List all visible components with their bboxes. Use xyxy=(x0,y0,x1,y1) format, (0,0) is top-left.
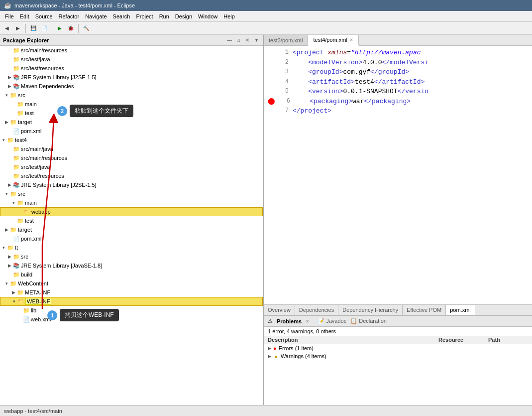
tree-item-target-root[interactable]: ▶ 📁 target xyxy=(0,118,263,127)
tree-item-src-test-resources[interactable]: 📁 src/test/resources xyxy=(0,64,263,73)
tree-item-test4-pom[interactable]: 📄 pom.xml xyxy=(0,234,263,243)
tree-item-maven-deps[interactable]: ▶ 📚 Maven Dependencies xyxy=(0,82,263,91)
tree-expand-icon[interactable]: ▾ xyxy=(0,244,7,251)
tree-label: JRE System Library [J2SE-1.5] xyxy=(21,182,97,188)
menu-item-project[interactable]: Project xyxy=(133,12,156,20)
bottom-tab-dep-hierarchy[interactable]: Dependency Hierarchy xyxy=(338,305,403,315)
toolbar-forward-btn[interactable]: ▶ xyxy=(13,23,23,33)
menu-bar: FileEditSourceRefactorNavigateSearchProj… xyxy=(0,11,532,22)
tree-item-tt-lib[interactable]: 📁 lib xyxy=(0,306,263,315)
line-number: 1 xyxy=(279,48,289,58)
folder-icon: 📁 xyxy=(7,137,14,143)
toolbar-build-btn[interactable]: 🔨 xyxy=(81,23,91,33)
tree-item-test4-src-main-java[interactable]: 📁 src/main/java xyxy=(0,144,263,153)
tree-item-tt-metainf[interactable]: ▶ 📁 META-INF xyxy=(0,288,263,297)
tree-item-test4-src-test2[interactable]: 📁 test xyxy=(0,216,263,225)
menu-item-file[interactable]: File xyxy=(2,12,17,20)
tree-expand-icon[interactable]: ▾ xyxy=(3,190,10,197)
tree-item-test4-src-test-res[interactable]: 📁 src/test/resources xyxy=(0,171,263,180)
annotation-circle-2: 2 xyxy=(57,106,67,116)
bottom-tab-pom-xml[interactable]: pom.xml xyxy=(446,305,475,315)
menu-item-run[interactable]: Run xyxy=(156,12,172,20)
tree-item-jre-lib[interactable]: ▶ 📚 JRE System Library [J2SE-1.5] xyxy=(0,73,263,82)
row-arrow: ▶ xyxy=(268,354,271,359)
problems-row-0[interactable]: ▶ ● Errors (1 item) xyxy=(264,344,532,352)
bottom-tab-effective-pom[interactable]: Effective POM xyxy=(403,305,446,315)
menu-item-refactor[interactable]: Refactor xyxy=(56,12,83,20)
folder-icon: 📁 xyxy=(10,227,17,233)
editor-tab-test4-pom[interactable]: test4/pom.xml✕ xyxy=(308,35,358,46)
tree-expand-icon[interactable]: ▶ xyxy=(3,119,10,126)
tree-item-test4-src[interactable]: ▾ 📁 src xyxy=(0,189,263,198)
view-menu-icon[interactable]: ▾ xyxy=(253,37,260,44)
tree-item-test4[interactable]: ▾ 📁 test4 xyxy=(0,136,263,144)
tree-item-pom-xml-1[interactable]: 📄 pom.xml xyxy=(0,127,263,136)
bottom-tab-overview[interactable]: Overview xyxy=(264,305,295,315)
editor-tab-close[interactable]: ✕ xyxy=(349,37,353,42)
explorer-content: 📁 src/main/resources 📁 src/test/java 📁 s… xyxy=(0,46,263,324)
menu-item-window[interactable]: Window xyxy=(195,12,220,20)
line-number: 2 xyxy=(279,58,289,68)
tree-expand-icon[interactable]: ▾ xyxy=(3,92,10,99)
toolbar-back-btn[interactable]: ◀ xyxy=(2,23,12,33)
editor-tab-test3-pom[interactable]: test3/pom.xml xyxy=(264,35,308,45)
tree-item-tt-webxml[interactable]: 📄 web.xml xyxy=(0,315,263,324)
tree-item-src-root[interactable]: ▾ 📁 src xyxy=(0,91,263,100)
tree-item-tt-build[interactable]: 📁 build xyxy=(0,270,263,279)
tree-expand-icon[interactable]: ▶ xyxy=(3,226,10,233)
tree-expand-icon[interactable]: ▾ xyxy=(0,137,7,143)
problems-tab-javadoc[interactable]: 📝 Javadoc xyxy=(318,318,346,324)
tree-expand-icon[interactable]: ▶ xyxy=(6,181,13,188)
problems-tab-declaration[interactable]: 📋 Declaration xyxy=(350,318,387,324)
toolbar-save-btn[interactable]: 💾 xyxy=(28,23,38,33)
tree-expand-icon[interactable]: ▶ xyxy=(6,253,13,260)
folder-icon: 📁 xyxy=(13,65,20,72)
tree-item-test4-src-main2[interactable]: ▾ 📁 main xyxy=(0,198,263,207)
problems-row-1[interactable]: ▶ ▲ Warnings (4 items) xyxy=(264,352,532,360)
tree-expand-icon[interactable]: ▾ xyxy=(10,298,17,305)
tree-expand-icon[interactable]: ▾ xyxy=(3,280,10,287)
toolbar-debug-btn[interactable]: 🐞 xyxy=(66,23,76,33)
tree-item-tt-src[interactable]: ▶ 📁 src xyxy=(0,252,263,261)
close-icon[interactable]: ✕ xyxy=(244,37,251,44)
tree-expand-icon[interactable]: ▶ xyxy=(6,262,13,269)
tree-item-test4-webapp[interactable]: 📁 webapp xyxy=(0,207,263,216)
tree-item-src-main-resources[interactable]: 📁 src/main/resources xyxy=(0,46,263,55)
tree-item-tt[interactable]: ▾ 📁 tt xyxy=(0,243,263,252)
menu-item-source[interactable]: Source xyxy=(32,12,56,20)
tree-label: src/test/resources xyxy=(21,173,64,179)
menu-item-help[interactable]: Help xyxy=(220,12,238,20)
editor-area[interactable]: 1<project xmlns="http://maven.apac2 <mod… xyxy=(264,46,532,304)
menu-item-navigate[interactable]: Navigate xyxy=(82,12,109,20)
tree-item-src-test-java[interactable]: 📁 src/test/java xyxy=(0,55,263,64)
maximize-icon[interactable]: □ xyxy=(235,37,242,44)
tree-item-tt-jre[interactable]: ▶ 📚 JRE System Library [JavaSE-1.8] xyxy=(0,261,263,270)
tree-item-test4-target[interactable]: ▶ 📁 target xyxy=(0,225,263,234)
tree-label: JRE System Library [J2SE-1.5] xyxy=(21,74,97,80)
tree-label: main xyxy=(25,101,37,107)
tree-expand-icon[interactable]: ▶ xyxy=(10,289,17,296)
annotation-bubble-1: 拷贝这个WEB-INF xyxy=(60,309,119,321)
menu-item-design[interactable]: Design xyxy=(172,12,195,20)
toolbar-new-btn[interactable]: 📄 xyxy=(39,23,49,33)
tree-expand-icon[interactable]: ▾ xyxy=(10,199,17,206)
menu-item-search[interactable]: Search xyxy=(110,12,133,20)
tree-item-test4-src-test-java[interactable]: 📁 src/test/java xyxy=(0,162,263,171)
toolbar-run-btn[interactable]: ▶ xyxy=(55,23,65,33)
folder-icon: 📁 xyxy=(17,289,24,296)
menu-item-edit[interactable]: Edit xyxy=(17,12,32,20)
status-text: webapp - test4/src/main xyxy=(4,408,62,414)
bottom-tab-dependencies[interactable]: Dependencies xyxy=(295,305,338,315)
tree-expand-icon[interactable]: ▶ xyxy=(6,83,13,90)
minimize-icon[interactable]: — xyxy=(226,37,233,44)
tree-label: target xyxy=(18,119,32,125)
tree-expand-icon[interactable]: ▶ xyxy=(6,74,13,81)
folder-icon: 📁 xyxy=(13,47,20,54)
tree-item-tt-webinf[interactable]: ▾ 📁 WEB-INF xyxy=(0,297,263,306)
tree-item-test4-src-main-res[interactable]: 📁 src/main/resources xyxy=(0,153,263,162)
tree-item-tt-webcontent[interactable]: ▾ 📁 WebContent xyxy=(0,279,263,288)
toolbar-sep1 xyxy=(25,24,26,33)
tree-label: src/test/java xyxy=(21,56,50,62)
tree-item-test4-jre[interactable]: ▶ 📚 JRE System Library [J2SE-1.5] xyxy=(0,180,263,189)
tree-label: pom.xml xyxy=(21,128,42,134)
